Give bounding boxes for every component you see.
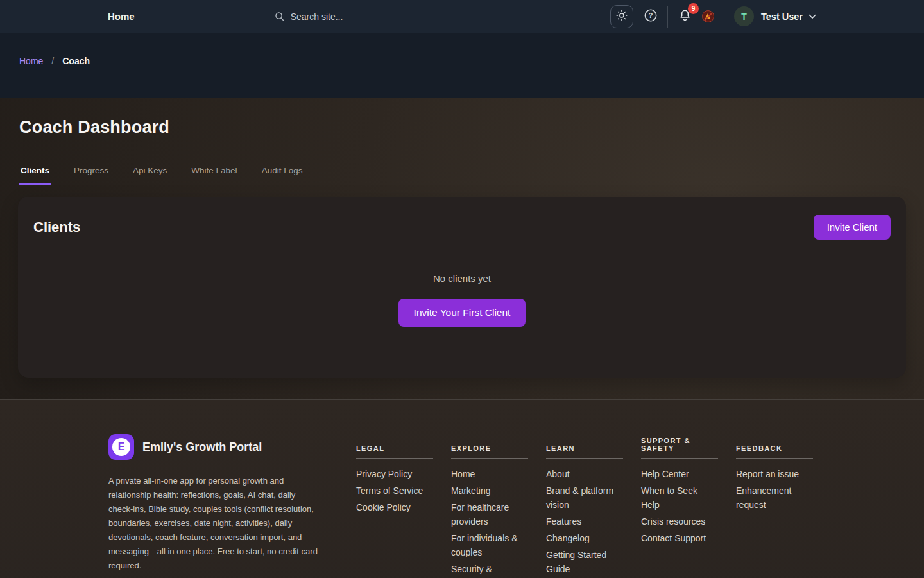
notification-count-badge: 9 [688, 3, 699, 14]
top-nav: Home [0, 0, 924, 33]
footer-link[interactable]: When to Seek Help [641, 484, 718, 512]
footer-columns: LEGAL Privacy Policy Terms of Service Co… [356, 434, 813, 578]
footer-column-rule [546, 458, 623, 459]
invite-client-button[interactable]: Invite Client [814, 215, 891, 240]
footer-link[interactable]: Crisis resources [641, 514, 718, 529]
footer-column-rule [356, 458, 433, 459]
help-button[interactable]: ? [644, 8, 658, 24]
footer-link[interactable]: Security & [451, 562, 528, 576]
search-input[interactable] [291, 12, 483, 22]
breadcrumb-separator: / [51, 56, 54, 66]
footer-link[interactable]: For individuals & couples [451, 531, 528, 559]
footer-link[interactable]: Privacy Policy [356, 467, 433, 481]
footer-link[interactable]: About [546, 467, 623, 481]
tab-white-label[interactable]: White Label [190, 166, 238, 185]
footer-column-legal: LEGAL Privacy Policy Terms of Service Co… [356, 434, 433, 578]
footer-column-heading: SUPPORT & SAFETY [641, 434, 718, 452]
footer-link[interactable]: Report an issue [736, 467, 813, 481]
footer-column-explore: EXPLORE Home Marketing For healthcare pr… [451, 434, 528, 578]
footer-column-heading: FEEDBACK [736, 434, 813, 452]
tabs: Clients Progress Api Keys White Label Au… [18, 166, 906, 184]
svg-text:?: ? [648, 12, 653, 19]
main-content: Coach Dashboard Clients Progress Api Key… [0, 98, 924, 399]
brand-name: Emily's Growth Portal [142, 441, 262, 454]
footer-link[interactable]: For healthcare providers [451, 500, 528, 529]
nav-divider [724, 6, 724, 28]
footer-link[interactable]: Terms of Service [356, 484, 433, 498]
footer-brand: E Emily's Growth Portal A private all-in… [108, 434, 320, 578]
page-title: Coach Dashboard [18, 98, 906, 137]
footer-column-heading: LEARN [546, 434, 623, 452]
tab-api-keys[interactable]: Api Keys [132, 166, 168, 185]
question-circle-icon: ? [644, 8, 658, 24]
theme-toggle-button[interactable] [610, 5, 633, 28]
clients-panel: Clients Invite Client No clients yet Inv… [18, 197, 906, 378]
footer-column-rule [451, 458, 528, 459]
notifications-button[interactable]: 9 [678, 8, 692, 25]
footer-link[interactable]: Changelog [546, 531, 623, 545]
brand-description: A private all-in-one app for personal gr… [108, 474, 320, 573]
footer-link[interactable]: Home [451, 467, 528, 481]
footer-link[interactable]: Contact Support [641, 531, 718, 545]
breadcrumb-band: Home / Coach [0, 33, 924, 98]
footer-column-rule [641, 458, 718, 459]
footer-link[interactable]: Help Center [641, 467, 718, 481]
breadcrumb-current: Coach [62, 56, 90, 66]
footer-link[interactable]: Cookie Policy [356, 500, 433, 514]
nav-home-link[interactable]: Home [108, 11, 135, 22]
tab-progress[interactable]: Progress [73, 166, 110, 185]
footer-column-feedback: FEEDBACK Report an issue Enhancement req… [736, 434, 813, 578]
footer: E Emily's Growth Portal A private all-in… [0, 399, 924, 578]
footer-link[interactable]: Marketing [451, 484, 528, 498]
brand-logo-icon: E [108, 434, 134, 460]
search-icon [275, 12, 285, 22]
tab-audit-logs[interactable]: Audit Logs [261, 166, 304, 185]
clients-panel-title: Clients [33, 219, 80, 236]
nav-divider [667, 6, 668, 28]
tab-clients[interactable]: Clients [19, 166, 51, 185]
footer-link[interactable]: Features [546, 514, 623, 529]
clients-empty-state: No clients yet Invite Your First Client [33, 273, 891, 327]
avatar: T [734, 6, 754, 26]
empty-state-text: No clients yet [33, 273, 891, 284]
muted-alert-icon[interactable] [702, 10, 714, 22]
footer-column-heading: EXPLORE [451, 434, 528, 452]
footer-column-learn: LEARN About Brand & platform vision Feat… [546, 434, 623, 578]
chevron-down-icon [809, 14, 816, 19]
user-name: Test User [761, 12, 803, 22]
footer-link[interactable]: Brand & platform vision [546, 484, 623, 512]
invite-first-client-button[interactable]: Invite Your First Client [398, 299, 526, 327]
footer-column-support-safety: SUPPORT & SAFETY Help Center When to See… [641, 434, 718, 578]
footer-column-heading: LEGAL [356, 434, 433, 452]
site-search[interactable] [275, 12, 483, 22]
footer-link[interactable]: Enhancement request [736, 484, 813, 512]
sun-icon [615, 9, 628, 24]
breadcrumb-home-link[interactable]: Home [19, 56, 43, 66]
user-menu[interactable]: T Test User [734, 6, 816, 26]
footer-column-rule [736, 458, 813, 459]
footer-link[interactable]: Getting Started Guide [546, 548, 623, 576]
breadcrumb: Home / Coach [19, 56, 90, 66]
